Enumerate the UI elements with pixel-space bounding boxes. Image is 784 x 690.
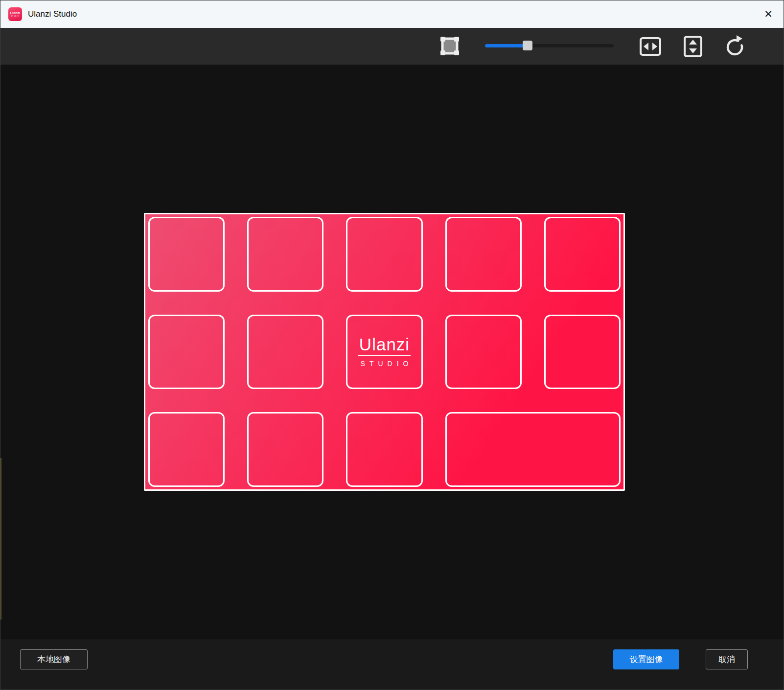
close-button[interactable]: ✕ xyxy=(753,0,784,28)
crop-frame-icon xyxy=(438,34,461,58)
deck-key-cell xyxy=(148,315,225,390)
deck-key-cell xyxy=(247,315,323,390)
preview-logo-title: Ulanzi xyxy=(358,336,411,356)
deck-key-cell xyxy=(544,315,621,390)
deck-key-cell xyxy=(148,217,225,292)
deck-key-cell xyxy=(346,412,422,487)
deck-key-cell xyxy=(148,412,225,487)
window-title: Ulanzi Studio xyxy=(28,9,77,19)
titlebar: Ulanzi STUDIO Ulanzi Studio ✕ xyxy=(0,0,784,28)
zoom-slider-handle[interactable] xyxy=(523,41,532,50)
deck-preview[interactable]: Ulanzi STUDIO xyxy=(144,213,625,491)
deck-key-cell-wide xyxy=(445,412,621,487)
deck-key-cell xyxy=(445,315,522,390)
stray-edge-artifact xyxy=(0,458,1,620)
zoom-slider[interactable] xyxy=(485,41,614,50)
preview-logo-subtitle: STUDIO xyxy=(356,360,413,368)
deck-key-cell xyxy=(544,217,621,292)
zoom-slider-fill xyxy=(485,44,528,47)
app-logo-text: Ulanzi xyxy=(10,11,21,15)
toolbar xyxy=(0,28,784,65)
crop-frame-button[interactable] xyxy=(438,34,461,60)
app-logo-subtext: STUDIO xyxy=(11,15,19,17)
deck-key-cell xyxy=(445,217,522,292)
ulanzi-studio-window: Ulanzi STUDIO Ulanzi Studio ✕ xyxy=(0,0,784,690)
cancel-button[interactable]: 取消 xyxy=(706,649,748,669)
flip-horizontal-button[interactable] xyxy=(638,34,663,61)
close-icon: ✕ xyxy=(764,8,773,20)
deck-key-cell xyxy=(247,412,323,487)
flip-vertical-button[interactable] xyxy=(680,34,706,61)
rotate-reset-icon xyxy=(722,34,747,59)
footer-bar: 本地图像 设置图像 取消 xyxy=(0,640,784,690)
app-logo-icon: Ulanzi STUDIO xyxy=(8,7,22,21)
set-image-button[interactable]: 设置图像 xyxy=(613,649,679,669)
flip-horizontal-icon xyxy=(638,34,663,59)
flip-vertical-icon xyxy=(680,34,706,59)
canvas-area: Ulanzi STUDIO xyxy=(0,65,784,640)
deck-logo-cell: Ulanzi STUDIO xyxy=(346,315,422,390)
deck-key-cell xyxy=(346,217,422,292)
deck-key-cell xyxy=(247,217,323,292)
rotate-reset-button[interactable] xyxy=(722,34,747,61)
local-image-button[interactable]: 本地图像 xyxy=(20,649,88,669)
